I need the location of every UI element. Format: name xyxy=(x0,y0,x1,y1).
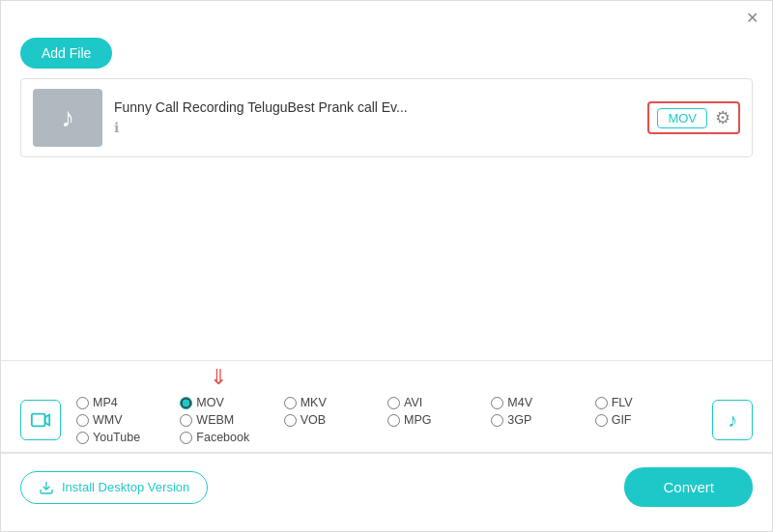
convert-button[interactable]: Convert xyxy=(624,467,753,507)
radio-youtube[interactable] xyxy=(76,432,89,444)
format-option-mkv[interactable]: MKV xyxy=(284,396,386,409)
download-icon xyxy=(39,480,54,495)
format-label-flv: FLV xyxy=(612,396,633,409)
radio-webm[interactable] xyxy=(180,414,192,427)
format-option-wmv[interactable]: WMV xyxy=(76,413,178,427)
format-label-mp4: MP4 xyxy=(93,396,118,409)
format-option-webm[interactable]: WEBM xyxy=(180,413,281,427)
install-desktop-button[interactable]: Install Desktop Version xyxy=(20,471,208,504)
format-section: MP4 MOV MKV AVI M4V FLV WMV WEBM xyxy=(1,388,772,453)
format-label-wmv: WMV xyxy=(93,413,123,427)
audio-format-tab[interactable]: ♪ xyxy=(712,400,753,440)
divider-top xyxy=(1,360,772,361)
format-option-3gp[interactable]: 3GP xyxy=(491,413,592,427)
radio-gif[interactable] xyxy=(595,414,608,427)
title-bar: ✕ xyxy=(1,1,772,30)
radio-mpg[interactable] xyxy=(387,414,400,427)
file-item: ♪ Funny Call Recording TeluguBest Prank … xyxy=(21,79,752,156)
format-label-avi: AVI xyxy=(404,396,422,409)
format-label-vob: VOB xyxy=(301,413,326,427)
format-option-avi[interactable]: AVI xyxy=(387,396,489,409)
svg-marker-1 xyxy=(45,415,50,426)
format-label-gif: GIF xyxy=(612,413,632,427)
down-arrow-icon: ⇓ xyxy=(210,367,227,388)
format-option-m4v[interactable]: M4V xyxy=(491,396,592,409)
radio-mov[interactable] xyxy=(180,397,192,409)
add-file-button[interactable]: Add File xyxy=(20,38,112,69)
settings-button[interactable]: ⚙ xyxy=(715,107,730,128)
file-list: ♪ Funny Call Recording TeluguBest Prank … xyxy=(20,78,753,157)
radio-flv[interactable] xyxy=(595,397,608,409)
music-icon: ♪ xyxy=(61,102,74,133)
format-label-facebook: Facebook xyxy=(196,431,249,444)
format-label-m4v: M4V xyxy=(507,396,532,409)
radio-vob[interactable] xyxy=(284,414,297,427)
video-icon xyxy=(30,409,51,431)
format-label-3gp: 3GP xyxy=(507,413,531,427)
format-option-mpg[interactable]: MPG xyxy=(387,413,489,427)
music-note-icon: ♪ xyxy=(728,409,737,432)
svg-rect-0 xyxy=(32,414,45,427)
format-option-mp4[interactable]: MP4 xyxy=(76,396,178,409)
radio-mp4[interactable] xyxy=(76,397,89,409)
video-format-tab[interactable] xyxy=(20,400,61,440)
info-icon[interactable]: ℹ xyxy=(114,120,119,135)
radio-avi[interactable] xyxy=(387,397,400,409)
radio-m4v[interactable] xyxy=(491,397,503,409)
format-option-flv[interactable]: FLV xyxy=(595,396,697,409)
file-thumbnail: ♪ xyxy=(33,89,102,147)
arrow-row: ⇓ xyxy=(1,367,772,388)
format-option-vob[interactable]: VOB xyxy=(284,413,386,427)
radio-mkv[interactable] xyxy=(284,397,297,409)
format-option-youtube[interactable]: YouTube xyxy=(76,431,178,444)
format-grid: MP4 MOV MKV AVI M4V FLV WMV WEBM xyxy=(76,396,697,444)
radio-facebook[interactable] xyxy=(180,432,192,444)
format-label-mkv: MKV xyxy=(301,396,327,409)
format-option-gif[interactable]: GIF xyxy=(595,413,697,427)
close-button[interactable]: ✕ xyxy=(743,9,760,26)
format-badge[interactable]: MOV xyxy=(657,108,707,128)
format-label-mpg: MPG xyxy=(404,413,431,427)
format-option-mov[interactable]: MOV xyxy=(180,396,281,409)
file-info: Funny Call Recording TeluguBest Prank ca… xyxy=(114,99,636,136)
format-label-mov: MOV xyxy=(196,396,223,409)
format-label-youtube: YouTube xyxy=(93,431,140,444)
radio-wmv[interactable] xyxy=(76,414,89,427)
format-label-webm: WEBM xyxy=(196,413,234,427)
file-name: Funny Call Recording TeluguBest Prank ca… xyxy=(114,99,636,115)
radio-3gp[interactable] xyxy=(491,414,503,427)
file-format-area: MOV ⚙ xyxy=(647,101,740,134)
format-option-facebook[interactable]: Facebook xyxy=(180,431,281,444)
bottom-bar: Install Desktop Version Convert xyxy=(1,454,772,520)
toolbar: Add File xyxy=(1,30,772,78)
content-area xyxy=(1,157,772,360)
install-label: Install Desktop Version xyxy=(62,480,189,494)
